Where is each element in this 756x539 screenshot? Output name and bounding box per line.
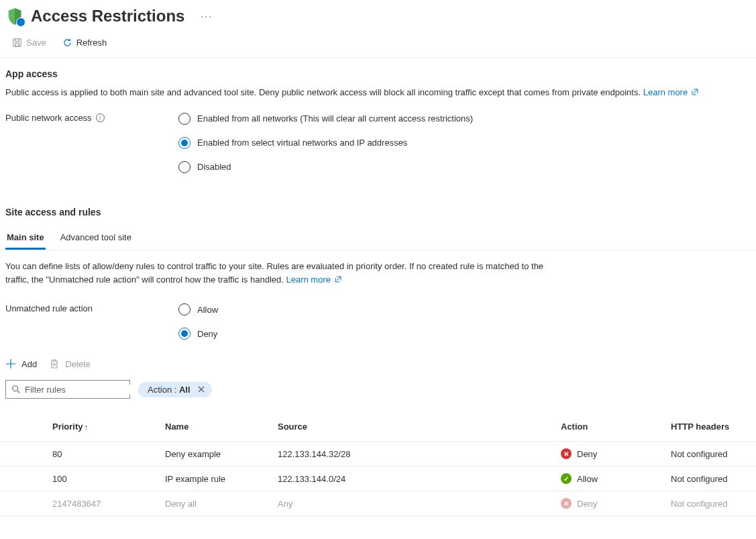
- learn-more-link[interactable]: Learn more: [643, 87, 698, 97]
- close-icon[interactable]: [197, 385, 205, 393]
- cell-http-headers: Not configured: [664, 491, 756, 516]
- column-http-headers[interactable]: HTTP headers: [664, 408, 756, 442]
- refresh-button[interactable]: Refresh: [56, 35, 114, 50]
- info-icon[interactable]: i: [96, 113, 105, 122]
- radio-enabled-select-networks[interactable]: Enabled from select virtual networks and…: [178, 137, 473, 149]
- radio-unmatched-allow[interactable]: Allow: [178, 303, 218, 315]
- radio-icon: [178, 113, 191, 125]
- cell-name: IP example rule: [158, 467, 271, 491]
- external-link-icon: [692, 89, 698, 95]
- filter-rules-input[interactable]: [5, 380, 130, 399]
- public-network-access-label: Public network access i: [5, 113, 178, 123]
- filter-pill-action[interactable]: Action : All: [138, 382, 212, 397]
- tab-main-site[interactable]: Main site: [5, 232, 46, 250]
- column-priority[interactable]: Priority↑: [46, 408, 158, 442]
- delete-rule-button[interactable]: Delete: [49, 358, 91, 369]
- radio-unmatched-deny[interactable]: Deny: [178, 328, 218, 340]
- table-row[interactable]: 100 IP example rule 122.133.144.0/24 ✓ A…: [0, 467, 756, 491]
- site-access-heading: Site access and rules: [5, 207, 751, 217]
- cell-priority: 2147483647: [46, 491, 158, 516]
- cell-name: Deny example: [158, 442, 271, 467]
- table-row[interactable]: 80 Deny example 122.133.144.32/28 ✕ Deny…: [0, 442, 756, 467]
- app-access-heading: App access: [5, 68, 751, 79]
- deny-status-icon: ✕: [561, 498, 572, 509]
- cell-source: 122.133.144.0/24: [271, 467, 554, 491]
- cell-action: ✓ Allow: [554, 467, 664, 491]
- allow-status-icon: ✓: [561, 473, 572, 484]
- column-name[interactable]: Name: [158, 408, 271, 442]
- shield-icon: [5, 7, 24, 26]
- cell-priority: 80: [46, 442, 158, 467]
- radio-selected-icon: [178, 137, 191, 149]
- svg-rect-0: [13, 39, 21, 46]
- table-row[interactable]: 2147483647 Deny all Any ✕ Deny Not confi…: [0, 491, 756, 516]
- save-icon: [12, 38, 22, 48]
- svg-rect-1: [15, 43, 19, 46]
- filter-text-field[interactable]: [25, 385, 138, 395]
- column-action[interactable]: Action: [554, 408, 664, 442]
- column-source[interactable]: Source: [271, 408, 554, 442]
- cell-http-headers: Not configured: [664, 467, 756, 491]
- site-access-description: You can define lists of allow/deny rules…: [0, 250, 557, 288]
- trash-icon: [49, 358, 60, 369]
- rules-table: Priority↑ Name Source Action HTTP header…: [0, 408, 756, 516]
- refresh-icon: [62, 38, 72, 48]
- tab-advanced-tool-site[interactable]: Advanced tool site: [59, 232, 133, 250]
- sort-ascending-icon: ↑: [85, 423, 89, 431]
- radio-icon: [178, 161, 191, 173]
- more-menu-button[interactable]: ···: [201, 11, 213, 21]
- svg-point-2: [13, 386, 18, 391]
- command-bar: Save Refresh: [0, 30, 756, 58]
- search-icon: [11, 385, 21, 394]
- add-rule-button[interactable]: Add: [5, 358, 37, 369]
- cell-priority: 100: [46, 467, 158, 491]
- learn-more-link[interactable]: Learn more: [286, 275, 341, 285]
- radio-icon: [178, 303, 191, 315]
- cell-http-headers: Not configured: [664, 442, 756, 467]
- radio-selected-icon: [178, 328, 191, 340]
- radio-disabled[interactable]: Disabled: [178, 161, 473, 173]
- external-link-icon: [335, 276, 341, 283]
- app-access-description: Public access is applied to both main si…: [5, 86, 751, 99]
- cell-source: Any: [271, 491, 554, 516]
- page-title: Access Restrictions: [31, 7, 184, 26]
- cell-name: Deny all: [158, 491, 271, 516]
- cell-action: ✕ Deny: [554, 491, 664, 516]
- cell-action: ✕ Deny: [554, 442, 664, 467]
- plus-icon: [5, 358, 16, 369]
- unmatched-rule-action-label: Unmatched rule action: [5, 303, 178, 313]
- cell-source: 122.133.144.32/28: [271, 442, 554, 467]
- radio-enabled-all-networks[interactable]: Enabled from all networks (This will cle…: [178, 113, 473, 125]
- save-button[interactable]: Save: [5, 35, 53, 50]
- deny-status-icon: ✕: [561, 448, 572, 459]
